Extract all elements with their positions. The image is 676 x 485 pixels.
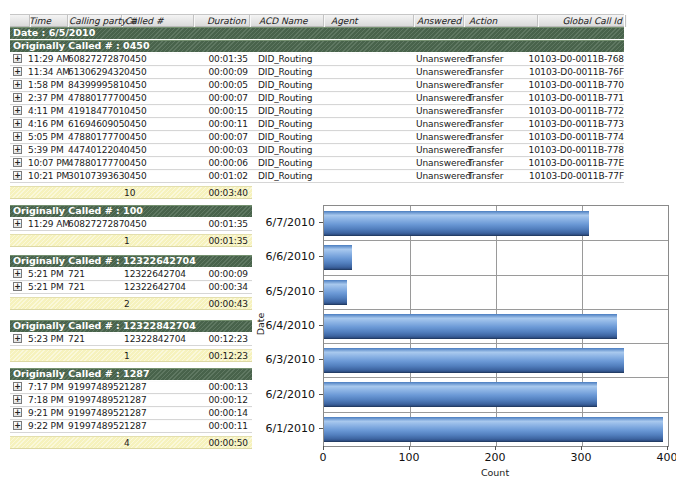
cell-duration: 00:00:12 [195, 395, 248, 406]
chart-bar [324, 382, 597, 407]
cell-calling: 9199748952 [68, 408, 122, 419]
group-summary-row: 400:00:50 [10, 436, 252, 449]
cell-time: 10:21 PM [28, 171, 68, 182]
calls-by-date-chart: Date 6/7/20106/6/20106/5/20106/4/20106/3… [253, 195, 676, 483]
table-row: +10:07 PM4788017770045000:00:06DID_Routi… [10, 157, 624, 170]
cell-acd: DID_Routing [258, 171, 324, 182]
x-axis-tick-label: 0 [303, 451, 343, 464]
cell-call_id: 10103-D0-0011B-771 [515, 93, 624, 104]
plot-area [323, 205, 669, 447]
y-axis-tick [319, 359, 323, 360]
cell-time: 9:21 PM [28, 408, 68, 419]
expand-row-button[interactable]: + [13, 382, 22, 391]
chart-bar [324, 314, 617, 339]
x-axis-tick [495, 446, 496, 450]
expand-row-button[interactable]: + [13, 269, 22, 278]
expand-row-button[interactable]: + [13, 80, 22, 89]
expand-row-button[interactable]: + [13, 282, 22, 291]
expand-row-button[interactable]: + [13, 106, 22, 115]
expand-row-button[interactable]: + [13, 145, 22, 154]
x-axis-tick-label: 300 [561, 451, 601, 464]
column-header-answered: Answered [415, 15, 464, 27]
table-row: +5:05 PM4788017770045000:00:07DID_Routin… [10, 131, 624, 144]
chart-bar [324, 211, 589, 236]
cell-calling: 9199748952 [68, 382, 122, 393]
table-row: +4:11 PM4191847701045000:00:15DID_Routin… [10, 105, 624, 118]
originally-called-group-header: Originally Called # : 12322642704 [10, 255, 252, 267]
y-axis-category-label: 6/3/2010 [253, 353, 315, 366]
cell-calling: 721 [68, 269, 122, 280]
cell-call_id: 10103-D0-0011B-778 [515, 145, 624, 156]
table-row: +5:21 PM7211232264270400:00:09 [10, 268, 252, 281]
table-row: +11:29 AM6082727287045000:01:35DID_Routi… [10, 53, 624, 66]
cell-call_id: 10103-D0-0011B-773 [515, 119, 624, 130]
cell-answered: Unanswered [416, 132, 464, 143]
y-axis-tick [319, 325, 323, 326]
expand-row-button[interactable]: + [13, 395, 22, 404]
cell-calling: 721 [68, 334, 122, 345]
expand-row-button[interactable]: + [13, 67, 22, 76]
expand-row-button[interactable]: + [13, 132, 22, 141]
summary-total-duration: 00:12:23 [195, 351, 248, 362]
column-header-row: TimeCalling party #Called #DurationACD N… [10, 14, 624, 27]
cell-called: 12322642704 [124, 269, 194, 280]
table-row: +7:18 PM9199748952128700:00:12 [10, 394, 252, 407]
cell-call_id: 10103-D0-0011B-77E [515, 158, 624, 169]
cell-duration: 00:01:35 [195, 219, 248, 230]
y-axis-tick [319, 222, 323, 223]
expand-row-button[interactable]: + [13, 219, 22, 228]
cell-called: 0450 [124, 93, 194, 104]
cell-calling: 9199748952 [68, 395, 122, 406]
column-header-acd: ACD Name [257, 15, 324, 27]
cell-called: 1287 [124, 395, 194, 406]
cell-called: 0450 [124, 67, 194, 78]
originally-called-group-header: Originally Called # : 0450 [10, 40, 624, 52]
group-summary-row: 200:00:43 [10, 297, 252, 310]
column-header-calling: Calling party # [67, 15, 122, 27]
cell-calling: 4788017770 [68, 93, 122, 104]
cell-time: 1:58 PM [28, 80, 68, 91]
expand-row-button[interactable]: + [13, 334, 22, 343]
cell-duration: 00:00:07 [195, 93, 248, 104]
cell-time: 5:21 PM [28, 269, 68, 280]
cell-called: 0450 [124, 80, 194, 91]
cell-duration: 00:00:09 [195, 269, 248, 280]
cell-time: 11:29 AM [28, 219, 68, 230]
expand-row-button[interactable]: + [13, 408, 22, 417]
cell-duration: 00:00:09 [195, 67, 248, 78]
expand-row-button[interactable]: + [13, 119, 22, 128]
cell-answered: Unanswered [416, 119, 464, 130]
expand-row-button[interactable]: + [13, 171, 22, 180]
cell-called: 0450 [124, 132, 194, 143]
cell-calling: 6130629432 [68, 67, 122, 78]
cell-answered: Unanswered [416, 93, 464, 104]
cell-acd: DID_Routing [258, 145, 324, 156]
y-axis-category-label: 6/7/2010 [253, 216, 315, 229]
cell-call_id: 10103-D0-0011B-76F [515, 67, 624, 78]
summary-count: 10 [124, 188, 194, 199]
cell-time: 5:23 PM [28, 334, 68, 345]
cell-call_id: 10103-D0-0011B-768 [515, 54, 624, 65]
group-summary-row: 100:01:35 [10, 234, 252, 247]
expand-row-button[interactable]: + [13, 158, 22, 167]
cell-time: 4:11 PM [28, 106, 68, 117]
table-row: +7:17 PM9199748952128700:00:13 [10, 381, 252, 394]
originally-called-group-header: Originally Called # : 100 [10, 205, 252, 217]
cell-time: 9:22 PM [28, 421, 68, 432]
cell-called: 0450 [124, 171, 194, 182]
cell-duration: 00:01:02 [195, 171, 248, 182]
cell-call_id: 10103-D0-0011B-77F [515, 171, 624, 182]
y-axis-tick [319, 428, 323, 429]
cell-called: 0450 [124, 106, 194, 117]
x-axis-tick [667, 446, 668, 450]
summary-count: 4 [124, 438, 194, 449]
y-axis-category-label: 6/5/2010 [253, 285, 315, 298]
cell-answered: Unanswered [416, 80, 464, 91]
cell-time: 7:18 PM [28, 395, 68, 406]
cell-answered: Unanswered [416, 67, 464, 78]
expand-row-button[interactable]: + [13, 54, 22, 63]
cell-called: 0450 [124, 158, 194, 169]
expand-row-button[interactable]: + [13, 93, 22, 102]
cell-acd: DID_Routing [258, 132, 324, 143]
expand-row-button[interactable]: + [13, 421, 22, 430]
